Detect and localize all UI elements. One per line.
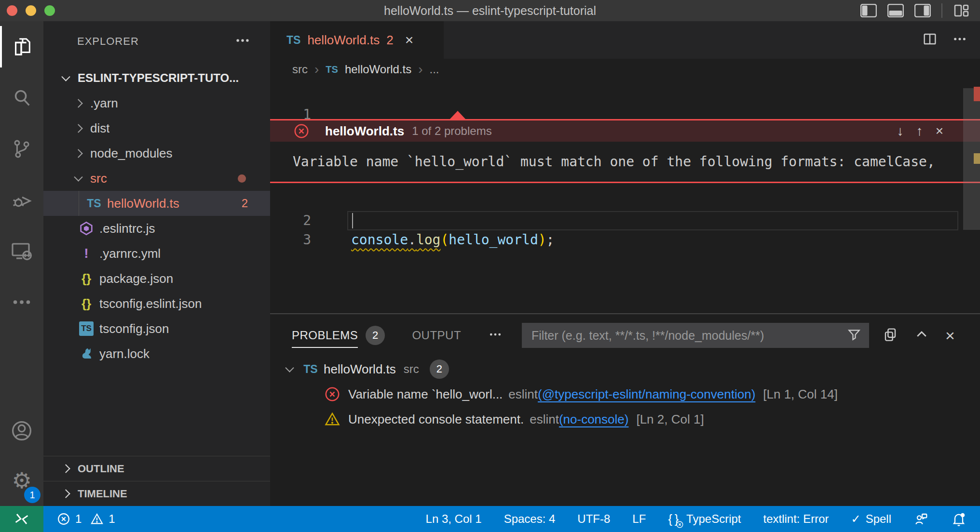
tsconfig-file-icon: TS: [77, 321, 95, 336]
overview-ruler-warning-mark: [974, 153, 980, 164]
move-panel-icon[interactable]: [883, 327, 898, 344]
typescript-status-icon: { }: [668, 512, 681, 526]
tree-folder-yarn[interactable]: .yarn: [43, 91, 270, 116]
split-editor-icon[interactable]: [922, 31, 938, 49]
panel-more-tabs-icon[interactable]: [488, 327, 503, 344]
peek-arrow: [449, 111, 466, 120]
eslint-rule-link[interactable]: (no-console): [559, 412, 629, 427]
problem-row-error[interactable]: Variable name `hello_worl... eslint (@ty…: [270, 382, 980, 407]
settings-badge: 1: [24, 487, 41, 503]
sidebar-title: EXPLORER: [77, 35, 139, 48]
warning-icon: [324, 411, 340, 427]
status-indentation[interactable]: Spaces: 4: [504, 512, 556, 526]
peek-error-message[interactable]: Variable name `hello_world` must match o…: [270, 142, 980, 182]
status-spell-checker[interactable]: ✓ Spell: [851, 512, 891, 526]
status-cursor-position[interactable]: Ln 3, Col 1: [426, 512, 482, 526]
editor-more-actions-icon[interactable]: [952, 31, 967, 49]
tree-folder-dist[interactable]: dist: [43, 116, 270, 141]
tree-file-tsconfig-eslint-json[interactable]: {} tsconfig.eslint.json: [43, 291, 270, 316]
error-icon: [293, 123, 310, 139]
toggle-panel-icon[interactable]: [887, 4, 904, 17]
typescript-file-icon: TS: [85, 197, 103, 210]
warning-squiggle: console.log: [351, 232, 440, 248]
eslint-rule-link[interactable]: (@typescript-eslint/naming-convention): [538, 387, 755, 402]
close-panel-icon[interactable]: ×: [945, 326, 955, 345]
check-icon: ✓: [851, 512, 861, 526]
breadcrumb-dir[interactable]: src: [292, 63, 308, 76]
breadcrumb-more[interactable]: ...: [430, 63, 439, 76]
problem-count-badge: 2: [242, 197, 248, 210]
code-line-3: 3: [270, 211, 980, 230]
remote-explorer-icon[interactable]: [0, 226, 43, 277]
toggle-secondary-sidebar-icon[interactable]: [914, 4, 931, 17]
outline-section-header[interactable]: OUTLINE: [43, 456, 270, 481]
tab-helloworld-ts[interactable]: TS helloWorld.ts 2 ×: [270, 21, 444, 59]
overview-ruler-error-mark: [974, 87, 980, 101]
notifications-bell-icon[interactable]: [951, 511, 966, 527]
tab-close-icon[interactable]: ×: [405, 32, 414, 48]
modified-dot-badge: [238, 174, 246, 183]
peek-header: helloWorld.ts 1 of 2 problems ↓ ↑ ×: [270, 120, 980, 142]
tab-problem-badge: 2: [386, 33, 393, 48]
search-icon[interactable]: [0, 72, 43, 123]
json-file-icon: {}: [77, 296, 95, 311]
toggle-sidebar-icon[interactable]: [860, 4, 877, 17]
tree-file-tsconfig-json[interactable]: TS tsconfig.json: [43, 316, 270, 341]
explorer-icon[interactable]: [0, 21, 43, 72]
yaml-file-icon: !: [77, 246, 95, 261]
problems-file-group[interactable]: TS helloWorld.ts src 2: [270, 357, 980, 382]
status-eol[interactable]: LF: [632, 512, 646, 526]
tree-file-package-json[interactable]: {} package.json: [43, 266, 270, 291]
remote-indicator[interactable]: [0, 506, 43, 532]
problems-filter-input[interactable]: [531, 329, 847, 343]
problems-panel: PROBLEMS 2 OUTPUT: [270, 313, 980, 506]
tab-label: helloWorld.ts: [307, 33, 380, 48]
tab-output[interactable]: OUTPUT: [412, 329, 461, 342]
problem-row-warning[interactable]: Unexpected console statement. eslint (no…: [270, 407, 980, 432]
previous-problem-icon[interactable]: ↑: [916, 123, 923, 139]
file-tree: ESLINT-TYPESCRIPT-TUTO... .yarn dist nod…: [43, 66, 270, 366]
peek-problem-counter: 1 of 2 problems: [412, 124, 491, 138]
peek-close-icon[interactable]: ×: [936, 123, 943, 139]
chevron-down-icon: [61, 72, 70, 81]
panel-header: PROBLEMS 2 OUTPUT: [270, 314, 980, 357]
status-problems[interactable]: 1 1: [57, 512, 115, 526]
tree-file-yarn-lock[interactable]: yarn.lock: [43, 341, 270, 366]
feedback-icon[interactable]: [913, 511, 929, 527]
json-file-icon: {}: [77, 271, 95, 286]
chevron-down-icon: [285, 363, 294, 372]
explorer-more-actions-icon[interactable]: [234, 32, 251, 51]
tree-folder-src[interactable]: src: [43, 166, 270, 191]
chevron-right-icon: [74, 124, 82, 133]
error-icon: [57, 512, 70, 526]
customize-layout-icon[interactable]: [953, 3, 969, 18]
titlebar: helloWorld.ts — eslint-typescript-tutori…: [0, 0, 980, 21]
explorer-sidebar: EXPLORER ESLINT-TYPESCRIPT-TUTO... .yarn…: [43, 21, 270, 506]
status-language-mode[interactable]: { } TypeScript: [668, 512, 741, 526]
next-problem-icon[interactable]: ↓: [897, 123, 904, 139]
code-editor[interactable]: 1 export const hello_world = "Hello Worl…: [270, 80, 980, 313]
source-control-icon[interactable]: [0, 123, 43, 174]
tree-file-helloworld-ts[interactable]: TS helloWorld.ts 2: [43, 191, 270, 216]
chevron-right-icon: [74, 149, 82, 158]
tree-file-yarnrc[interactable]: ! .yarnrc.yml: [43, 241, 270, 266]
window-title: helloWorld.ts — eslint-typescript-tutori…: [0, 4, 980, 18]
chevron-down-icon: [74, 173, 82, 181]
breadcrumb-file[interactable]: helloWorld.ts: [345, 63, 411, 76]
accounts-icon[interactable]: [0, 407, 43, 455]
run-debug-icon[interactable]: [0, 174, 43, 226]
tab-problems[interactable]: PROBLEMS 2: [292, 326, 385, 345]
code-line-1: 1 export const hello_world = "Hello Worl…: [270, 86, 980, 105]
status-bar: 1 1 Ln 3, Col 1 Spaces: 4 UTF-8 LF { } T…: [0, 506, 980, 532]
problems-filter-box: [522, 323, 869, 348]
settings-gear-icon[interactable]: ⚙ 1: [0, 455, 43, 506]
more-views-icon[interactable]: [0, 277, 43, 328]
status-encoding[interactable]: UTF-8: [577, 512, 610, 526]
status-textlint[interactable]: textlint: Error: [763, 512, 829, 526]
tree-file-eslintrc[interactable]: .eslintrc.js: [43, 216, 270, 241]
timeline-section-header[interactable]: TIMELINE: [43, 481, 270, 506]
tree-folder-node-modules[interactable]: node_modules: [43, 141, 270, 166]
maximize-panel-icon[interactable]: [914, 327, 929, 344]
filter-funnel-icon[interactable]: [847, 327, 861, 344]
tree-root-folder[interactable]: ESLINT-TYPESCRIPT-TUTO...: [43, 66, 270, 91]
